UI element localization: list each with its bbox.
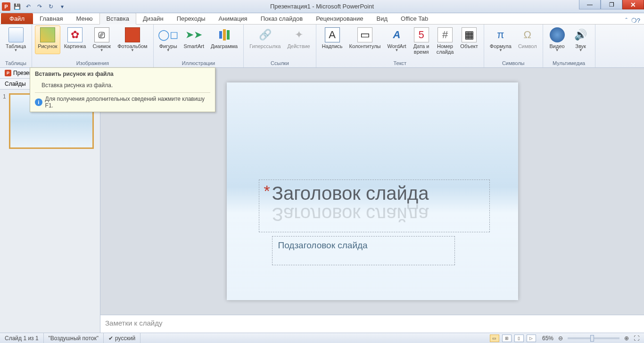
equation-icon: π (493, 27, 508, 42)
textbox-button[interactable]: AНадпись (319, 25, 346, 57)
smartart-button[interactable]: ➤➤SmartArt (181, 25, 207, 54)
tab-menu[interactable]: Меню (69, 13, 99, 24)
view-normal[interactable]: ▭ (490, 335, 499, 342)
slidenumber-icon: # (438, 27, 453, 42)
slides-tab[interactable]: Слайды (0, 79, 31, 89)
video-button[interactable]: Видео▼ (546, 25, 569, 54)
tab-animations[interactable]: Анимация (212, 13, 254, 24)
tab-officetab[interactable]: Office Tab (394, 13, 435, 24)
slide-canvas[interactable]: * Заголовок слайда Заголовок слайда Подз… (227, 82, 518, 300)
window-close[interactable]: ✕ (622, 0, 644, 9)
picture-icon (40, 27, 55, 42)
tab-view[interactable]: Вид (370, 13, 395, 24)
shapes-button[interactable]: ◯◻Фигуры▼ (157, 25, 180, 54)
tab-slideshow[interactable]: Показ слайдов (254, 13, 310, 24)
title-bar: P 💾 ↶ ↷ ↻ ▾ Презентация1 - Microsoft Pow… (0, 0, 644, 13)
file-tab[interactable]: Файл (1, 13, 33, 24)
group-symbols-label: Символы (487, 59, 540, 67)
equation-button[interactable]: πФормула▼ (487, 25, 514, 54)
qat-more[interactable]: ▾ (58, 2, 67, 11)
tooltip: Вставить рисунок из файла Вставка рисунк… (30, 67, 215, 112)
chart-button[interactable]: Диаграмма (208, 25, 240, 54)
slidenumber-button[interactable]: #Номер слайда (434, 25, 457, 57)
group-images-label: Изображения (35, 59, 150, 67)
zoom-value[interactable]: 65% (542, 335, 553, 342)
headerfooter-icon: ▭ (357, 27, 372, 42)
info-icon: i (35, 98, 42, 106)
wordart-icon: A (389, 27, 405, 42)
tab-home[interactable]: Главная (33, 13, 69, 24)
textbox-icon: A (325, 27, 340, 42)
title-placeholder[interactable]: * Заголовок слайда Заголовок слайда (259, 180, 490, 232)
group-images: Рисунок ✿Картинка ⎚Снимок▼ Фотоальбом▼ И… (32, 24, 154, 67)
qat-refresh[interactable]: ↻ (46, 2, 56, 11)
group-links: 🔗Гиперссылка ✦Действие Ссылки (244, 24, 316, 67)
object-button[interactable]: ▦Объект (457, 25, 480, 57)
action-button: ✦Действие (284, 25, 313, 51)
view-reading[interactable]: ▯ (514, 335, 524, 342)
clipart-button[interactable]: ✿Картинка (61, 25, 89, 54)
action-icon: ✦ (291, 27, 306, 42)
bullet-icon: * (264, 183, 270, 199)
qat-redo[interactable]: ↷ (35, 2, 44, 11)
wordart-button[interactable]: AWordArt▼ (385, 25, 409, 57)
app-icon: P (2, 2, 10, 11)
hyperlink-icon: 🔗 (257, 27, 272, 42)
object-icon: ▦ (462, 27, 477, 42)
status-slide-pos: Слайд 1 из 1 (0, 333, 44, 343)
zoom-slider[interactable] (568, 337, 619, 339)
zoom-out[interactable]: ⊖ (558, 335, 563, 342)
symbol-icon: Ω (520, 27, 535, 42)
tab-review[interactable]: Рецензирование (309, 13, 370, 24)
qat-save[interactable]: 💾 (12, 2, 22, 11)
table-button[interactable]: Таблица▼ (3, 25, 29, 54)
video-icon (550, 27, 565, 42)
screenshot-button[interactable]: ⎚Снимок▼ (90, 25, 114, 54)
group-tables-label: Таблицы (3, 59, 29, 67)
tooltip-help: i Для получения дополнительных сведений … (35, 92, 210, 112)
status-language[interactable]: ✔русский (104, 333, 140, 343)
group-illustrations-label: Иллюстрации (157, 59, 241, 67)
ribbon-tabstrip: Файл Главная Меню Вставка Дизайн Переход… (0, 13, 644, 24)
spellcheck-icon: ✔ (108, 335, 113, 342)
group-links-label: Ссылки (247, 59, 313, 67)
audio-button[interactable]: 🔊Звук▼ (570, 25, 592, 54)
photoalbum-button[interactable]: Фотоальбом▼ (115, 25, 150, 54)
status-bar: Слайд 1 из 1 "Воздушный поток" ✔русский … (0, 333, 644, 343)
tab-design[interactable]: Дизайн (136, 13, 170, 24)
group-tables: Таблица▼ Таблицы (0, 24, 32, 67)
zoom-fit[interactable]: ⛶ (634, 335, 639, 342)
smartart-icon: ➤➤ (186, 27, 201, 42)
window-maximize[interactable]: ❐ (601, 0, 622, 9)
zoom-in[interactable]: ⊕ (624, 335, 629, 342)
group-text: AНадпись ▭Колонтитулы AWordArt▼ 5Дата и … (316, 24, 484, 67)
ribbon: Таблица▼ Таблицы Рисунок ✿Картинка ⎚Сним… (0, 24, 644, 68)
chart-icon (217, 27, 232, 42)
tab-transitions[interactable]: Переходы (170, 13, 212, 24)
group-symbols: πФормула▼ ΩСимвол Символы (484, 24, 543, 67)
screenshot-icon: ⎚ (94, 27, 109, 42)
help-icon[interactable]: ❍? (631, 17, 640, 24)
group-media-label: Мультимедиа (546, 59, 592, 67)
audio-icon: 🔊 (573, 27, 588, 42)
headerfooter-button[interactable]: ▭Колонтитулы (347, 25, 384, 57)
tooltip-title: Вставить рисунок из файла (35, 71, 210, 80)
group-illustrations: ◯◻Фигуры▼ ➤➤SmartArt Диаграмма Иллюстрац… (154, 24, 244, 67)
ribbon-minimize-icon[interactable]: ˆ (625, 17, 627, 24)
tab-insert[interactable]: Вставка (99, 13, 136, 24)
notes-pane[interactable]: Заметки к слайду (100, 315, 644, 333)
clipart-icon: ✿ (67, 27, 83, 42)
group-text-label: Текст (319, 59, 481, 67)
hyperlink-button: 🔗Гиперссылка (247, 25, 283, 51)
view-slideshow[interactable]: ▷ (527, 335, 536, 342)
picture-button[interactable]: Рисунок (35, 25, 60, 54)
thumb-number: 1 (3, 93, 6, 149)
view-sorter[interactable]: ⊞ (502, 335, 512, 342)
subtitle-placeholder[interactable]: Подзаголовок слайда (272, 236, 455, 265)
window-minimize[interactable]: ― (579, 0, 601, 9)
symbol-button: ΩСимвол (515, 25, 540, 54)
window-title: Презентация1 - Microsoft PowerPoint (270, 3, 374, 10)
group-media: Видео▼ 🔊Звук▼ Мультимедиа (543, 24, 595, 67)
datetime-button[interactable]: 5Дата и время (410, 25, 433, 57)
qat-undo[interactable]: ↶ (24, 2, 33, 11)
